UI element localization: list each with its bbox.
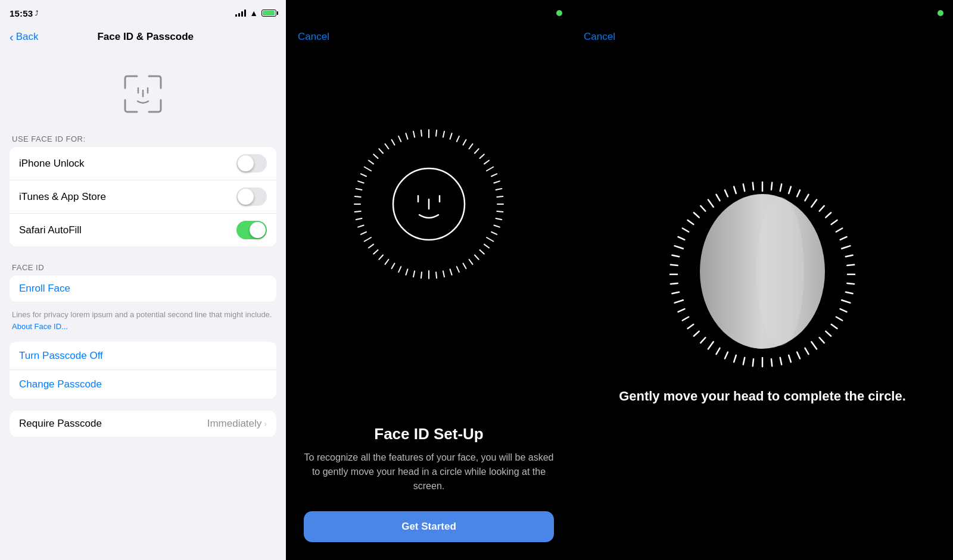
safari-autofill-toggle[interactable] [236, 221, 267, 239]
face-id-toggles-group: iPhone Unlock iTunes & App Store Safari … [10, 147, 276, 246]
svg-line-101 [716, 348, 720, 354]
svg-line-88 [826, 331, 831, 336]
svg-line-74 [826, 212, 831, 217]
privacy-text-content: Lines for privacy lorem ipsum and a pote… [12, 310, 272, 319]
passcode-group: Turn Passcode Off Change Passcode [10, 342, 276, 399]
svg-line-7 [457, 136, 459, 142]
enroll-face-row[interactable]: Enroll Face [10, 276, 276, 302]
svg-line-105 [688, 324, 694, 329]
svg-line-5 [443, 132, 444, 137]
privacy-text: Lines for privacy lorem ipsum and a pote… [0, 306, 286, 342]
iphone-unlock-row[interactable]: iPhone Unlock [10, 147, 276, 180]
svg-point-126 [756, 197, 804, 346]
svg-line-112 [671, 265, 678, 265]
svg-line-15 [494, 181, 500, 183]
face-id-icon-container [0, 52, 286, 130]
svg-line-92 [797, 352, 800, 359]
svg-line-76 [836, 229, 842, 232]
svg-line-54 [369, 161, 373, 164]
safari-autofill-row[interactable]: Safari AutoFill [10, 214, 276, 246]
setup-description: To recognize all the features of your fa… [304, 450, 554, 493]
require-passcode-value: Immediately [207, 418, 262, 430]
svg-line-29 [457, 267, 459, 272]
svg-line-23 [487, 237, 493, 242]
svg-line-34 [421, 272, 422, 278]
svg-line-82 [847, 283, 854, 284]
svg-line-12 [484, 161, 489, 164]
svg-line-98 [743, 358, 745, 365]
svg-line-55 [373, 154, 378, 158]
get-started-button[interactable]: Get Started [304, 511, 554, 542]
enroll-face-label: Enroll Face [19, 283, 70, 294]
itunes-app-store-label: iTunes & App Store [19, 191, 106, 203]
about-face-id-link[interactable]: About Face ID... [12, 322, 68, 331]
cancel-button[interactable]: Cancel [298, 31, 329, 42]
svg-line-79 [846, 255, 853, 256]
svg-line-10 [475, 149, 479, 153]
back-label: Back [16, 31, 39, 43]
change-passcode-row[interactable]: Change Passcode [10, 370, 276, 399]
svg-line-120 [708, 200, 714, 207]
svg-line-70 [797, 190, 800, 196]
svg-line-99 [734, 355, 736, 362]
setup-title: Face ID Set-Up [304, 425, 554, 443]
scan-cancel-button[interactable]: Cancel [584, 31, 615, 42]
svg-line-31 [443, 271, 444, 277]
svg-line-124 [743, 184, 745, 191]
svg-line-89 [820, 337, 824, 343]
svg-line-57 [385, 144, 389, 149]
svg-line-87 [831, 324, 837, 329]
svg-line-77 [840, 237, 847, 240]
svg-line-14 [491, 174, 497, 176]
status-bar: 15:53 ⤴ ▲ [0, 0, 286, 26]
turn-passcode-off-row[interactable]: Turn Passcode Off [10, 342, 276, 370]
green-indicator-dot [556, 10, 562, 16]
nav-bar: ‹ Back Face ID & Passcode [0, 26, 286, 52]
svg-line-16 [496, 189, 502, 190]
svg-line-91 [805, 348, 808, 354]
svg-line-21 [494, 226, 500, 227]
battery-icon [261, 10, 276, 17]
back-button[interactable]: ‹ Back [10, 31, 38, 43]
scan-dark-status-bar [572, 0, 953, 26]
safari-autofill-label: Safari AutoFill [19, 224, 82, 236]
svg-line-8 [463, 140, 466, 145]
itunes-app-store-toggle[interactable] [236, 187, 267, 206]
turn-passcode-off-label: Turn Passcode Off [19, 350, 103, 362]
svg-line-52 [361, 174, 366, 176]
svg-line-30 [450, 269, 452, 275]
svg-line-95 [771, 359, 772, 366]
svg-line-67 [771, 183, 772, 190]
face-id-section: FACE ID Enroll Face Lines for privacy lo… [0, 258, 286, 342]
svg-line-46 [356, 218, 362, 220]
svg-line-108 [675, 300, 683, 303]
get-started-label: Get Started [401, 521, 456, 533]
svg-line-35 [413, 271, 415, 277]
svg-line-102 [708, 342, 714, 349]
svg-line-19 [497, 211, 503, 212]
require-passcode-value-container: Immediately › [207, 418, 267, 430]
status-icons: ▲ [235, 8, 276, 18]
svg-line-56 [379, 149, 383, 153]
wifi-icon: ▲ [250, 8, 258, 18]
page-title: Face ID & Passcode [97, 31, 194, 43]
svg-line-116 [683, 229, 689, 232]
svg-line-49 [355, 196, 361, 197]
scan-circle-svg [661, 173, 864, 376]
svg-line-13 [487, 167, 493, 171]
svg-line-45 [358, 226, 364, 227]
require-passcode-label: Require Passcode [19, 418, 102, 430]
svg-line-51 [358, 181, 364, 183]
svg-line-75 [831, 220, 837, 224]
svg-line-38 [392, 264, 395, 269]
iphone-unlock-toggle[interactable] [236, 154, 267, 173]
scan-nav: Cancel [572, 26, 953, 43]
itunes-app-store-row[interactable]: iTunes & App Store [10, 180, 276, 214]
svg-line-62 [421, 130, 422, 136]
require-passcode-row[interactable]: Require Passcode Immediately › [10, 411, 276, 437]
svg-line-28 [463, 264, 466, 269]
svg-line-42 [369, 245, 373, 248]
svg-line-117 [688, 220, 694, 224]
svg-line-113 [672, 255, 679, 256]
require-passcode-group: Require Passcode Immediately › [10, 411, 276, 437]
